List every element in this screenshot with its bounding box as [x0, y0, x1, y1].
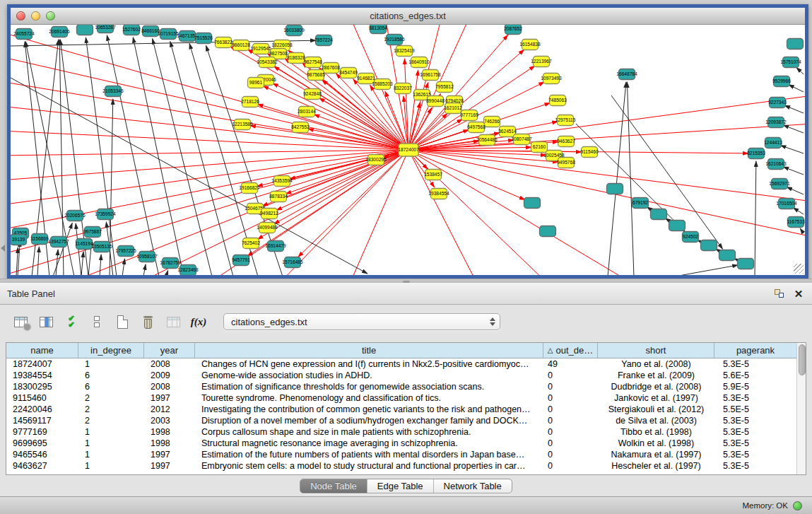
graph-node[interactable] — [719, 250, 736, 261]
table-row[interactable]: 1872400712008Changes of HCN gene express… — [6, 358, 796, 370]
table-cell[interactable]: Embryonic stem cells: a model to study s… — [195, 461, 543, 471]
table-cell[interactable]: 5.3E-5 — [714, 438, 796, 448]
show-columns-button[interactable] — [35, 312, 57, 332]
tab-network-table[interactable]: Network Table — [434, 479, 512, 493]
column-header-pagerank[interactable]: pagerank — [714, 343, 796, 358]
table-cell[interactable]: 0 — [543, 404, 598, 414]
table-row[interactable]: 1830029562008Estimation of significance … — [6, 381, 796, 392]
column-header-short[interactable]: short — [598, 343, 714, 358]
graph-node[interactable] — [651, 209, 667, 220]
close-window-button[interactable] — [16, 11, 25, 21]
table-vertical-scrollbar[interactable] — [796, 343, 806, 474]
network-canvas[interactable]: 1872400724055724206914061065328715276028… — [11, 25, 805, 275]
table-cell[interactable]: 2 — [78, 404, 144, 414]
table-cell[interactable]: 1997 — [144, 450, 195, 460]
table-cell[interactable]: 6 — [78, 382, 144, 392]
table-cell[interactable]: de Silva et al. (2003) — [598, 416, 714, 426]
table-cell[interactable]: 9463627 — [6, 461, 78, 471]
table-row[interactable]: 911546021997Tourette syndrome. Phenomeno… — [6, 392, 796, 404]
table-cell[interactable]: 14569117 — [6, 416, 78, 426]
table-cell[interactable]: Corpus callosum shape and size in male p… — [195, 427, 543, 437]
table-cell[interactable]: 6 — [78, 370, 144, 380]
table-cell[interactable]: 5.3E-5 — [714, 450, 796, 460]
table-cell[interactable]: Franke et al. (2009) — [598, 370, 714, 380]
graph-node[interactable] — [701, 240, 717, 251]
minimize-window-button[interactable] — [31, 11, 40, 21]
table-cell[interactable]: Investigating the contribution of common… — [195, 404, 543, 414]
table-cell[interactable]: 0 — [543, 370, 598, 380]
table-row[interactable]: 977716911998Corpus callosum shape and si… — [6, 426, 796, 438]
graph-node[interactable] — [524, 198, 541, 209]
table-cell[interactable]: Stergiakouli et al. (2012) — [598, 404, 714, 414]
table-cell[interactable]: 9115460 — [6, 393, 78, 403]
table-cell[interactable]: 1 — [78, 427, 144, 437]
table-cell[interactable]: 5.3E-5 — [714, 416, 796, 426]
table-cell[interactable]: 9465546 — [6, 450, 78, 460]
window-titlebar[interactable]: citations_edges.txt — [11, 8, 805, 25]
table-cell[interactable]: Nakamura et al. (1997) — [598, 450, 714, 460]
table-cell[interactable]: Tibbo et al. (1998) — [598, 427, 714, 437]
table-cell[interactable]: 0 — [543, 461, 598, 471]
table-cell[interactable]: 1998 — [144, 438, 195, 448]
window-resize-grip[interactable] — [794, 264, 804, 274]
table-cell[interactable]: 0 — [543, 382, 598, 392]
collapse-left-panel-arrow-icon[interactable] — [1, 245, 5, 252]
table-cell[interactable]: Estimation of significance thresholds fo… — [195, 382, 543, 392]
graph-node[interactable] — [787, 39, 804, 49]
tab-edge-table[interactable]: Edge Table — [367, 479, 434, 493]
table-row[interactable]: 1456911722003Disruption of a novel membe… — [6, 415, 796, 426]
table-cell[interactable]: 5.6E-5 — [714, 370, 796, 380]
table-cell[interactable]: 2 — [78, 416, 144, 426]
table-cell[interactable]: Hescheler et al. (1997) — [598, 461, 714, 471]
table-cell[interactable]: 5.3E-5 — [714, 359, 796, 369]
table-row[interactable]: 1938455462009Genome-wide association stu… — [6, 370, 796, 381]
column-header-title[interactable]: title — [195, 343, 543, 358]
tab-node-table[interactable]: Node Table — [300, 479, 367, 493]
table-cell[interactable]: 1 — [78, 438, 144, 448]
delete-column-button[interactable] — [137, 312, 158, 332]
table-cell[interactable]: 2008 — [144, 359, 195, 369]
table-cell[interactable]: 0 — [543, 450, 598, 460]
table-row[interactable]: 969969511998Structural magnetic resonanc… — [6, 438, 796, 449]
table-cell[interactable]: 0 — [543, 438, 598, 448]
table-cell[interactable]: Genome-wide association studies in ADHD. — [195, 370, 543, 380]
table-cell[interactable]: Changes of HCN gene expression and I(f) … — [195, 359, 543, 369]
graph-node[interactable] — [77, 25, 93, 35]
network-view-window[interactable]: citations_edges.txt 18724007240557242069… — [7, 4, 808, 279]
row-height-button[interactable] — [86, 312, 107, 332]
table-cell[interactable]: 49 — [543, 359, 598, 369]
table-cell[interactable]: 9699695 — [6, 438, 78, 448]
graph-node[interactable] — [738, 259, 754, 269]
table-cell[interactable]: 1 — [78, 450, 144, 460]
scrollbar-thumb[interactable] — [799, 344, 806, 375]
table-cell[interactable]: 1997 — [144, 393, 195, 403]
delete-table-button[interactable] — [163, 312, 184, 332]
table-cell[interactable]: Wolkin et al. (1998) — [598, 438, 714, 448]
table-cell[interactable]: 1997 — [144, 461, 195, 471]
table-cell[interactable]: 2003 — [144, 416, 195, 426]
column-header-in-degree[interactable]: in_degree — [78, 343, 144, 358]
table-cell[interactable]: Structural magnetic resonance image aver… — [195, 438, 543, 448]
graph-node[interactable] — [669, 221, 686, 231]
close-panel-button[interactable]: ✕ — [792, 288, 805, 299]
table-cell[interactable]: 5.3E-5 — [714, 393, 796, 403]
table-selector-dropdown[interactable]: citations_edges.txt — [223, 313, 500, 330]
graph-node[interactable] — [540, 226, 556, 237]
select-rows-button[interactable]: ✔✔ — [61, 312, 82, 332]
table-cell[interactable]: 5.3E-5 — [714, 461, 796, 471]
table-row[interactable]: 2242004622012Investigating the contribut… — [6, 404, 796, 415]
column-header-out-degree[interactable]: △ out_de… — [543, 343, 598, 358]
table-cell[interactable]: 2009 — [144, 370, 195, 380]
table-cell[interactable]: 18724007 — [6, 359, 78, 369]
table-cell[interactable]: 2008 — [144, 382, 195, 392]
table-row[interactable]: 946554611997Estimation of the future num… — [6, 449, 796, 460]
column-header-name[interactable]: name — [6, 343, 78, 358]
table-cell[interactable]: Tourette syndrome. Phenomenology and cla… — [195, 393, 543, 403]
table-cell[interactable]: Jankovic et al. (1997) — [598, 393, 714, 403]
table-row[interactable]: 946362711997Embryonic stem cells: a mode… — [6, 460, 796, 472]
table-cell[interactable]: 18300295 — [6, 382, 78, 392]
table-cell[interactable]: 19384554 — [6, 370, 78, 380]
new-column-button[interactable] — [112, 312, 133, 332]
table-cell[interactable]: Yano et al. (2008) — [598, 359, 714, 369]
table-cell[interactable]: 0 — [543, 427, 598, 437]
